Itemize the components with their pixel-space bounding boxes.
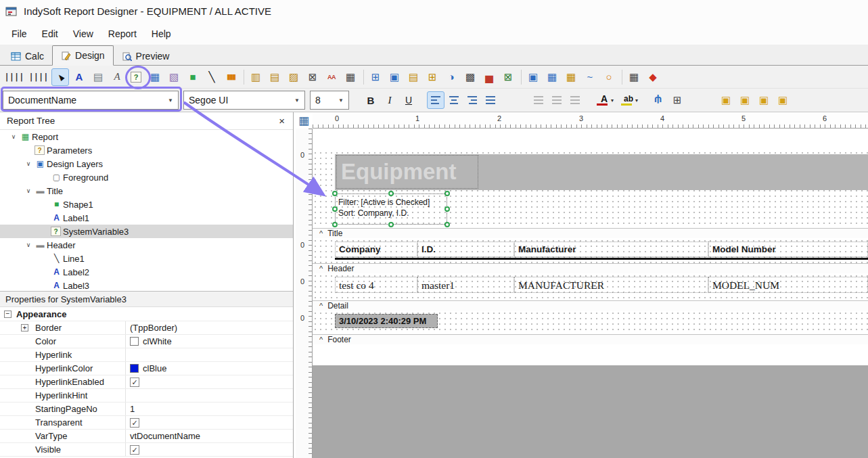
gauge-tool-icon[interactable]: ◑: [442, 68, 460, 86]
selection-handle[interactable]: [444, 222, 450, 227]
valign-bottom-button[interactable]: [566, 91, 584, 109]
header-cell-model-number[interactable]: Model Number: [708, 242, 868, 257]
tab-preview[interactable]: Preview: [114, 47, 178, 65]
chevron-down-icon[interactable]: ▾: [611, 97, 614, 104]
title-label[interactable]: Equipment: [336, 155, 478, 189]
zoom-tool-icon[interactable]: ○: [600, 68, 618, 86]
tab-calc[interactable]: Calc: [3, 47, 52, 65]
expand-chevron-icon[interactable]: ∨: [23, 242, 34, 248]
prop-color[interactable]: Color clWhite: [0, 335, 293, 348]
prop-hyperlinkhint[interactable]: HyperlinkHint: [0, 389, 293, 403]
tree-item-parameters[interactable]: ? Parameters: [0, 143, 293, 157]
variable-tool-icon[interactable]: ▦: [146, 68, 164, 86]
align-right-button[interactable]: [463, 91, 481, 109]
font-size-combo[interactable]: 8 ▼: [310, 91, 349, 110]
component-name-combo[interactable]: DocumentName ▼: [3, 91, 179, 110]
menu-file[interactable]: File: [4, 25, 35, 43]
selection-handle[interactable]: [332, 222, 338, 227]
header-cell-id[interactable]: I.D.: [417, 242, 514, 257]
label-tool-icon[interactable]: A: [70, 68, 88, 86]
collapse-section-icon[interactable]: −: [4, 311, 12, 318]
marker-tool-icon[interactable]: ◆: [644, 68, 662, 86]
dbtext-tool-icon[interactable]: ▥: [247, 68, 265, 86]
chevron-down-icon[interactable]: ▼: [338, 97, 344, 104]
property-value[interactable]: 1: [126, 403, 293, 415]
underline-button[interactable]: U: [400, 91, 417, 109]
selection-handle[interactable]: [332, 191, 338, 196]
title-band-area[interactable]: Equipment Filter: [Active is Checked] So…: [313, 150, 868, 228]
page-style-tool-icon[interactable]: ▣: [524, 68, 542, 86]
property-value[interactable]: ✓: [126, 416, 293, 429]
move-forward-button[interactable]: ▣: [755, 91, 773, 109]
font-name-combo[interactable]: Segoe UI ▼: [183, 91, 305, 110]
detail-cell-id[interactable]: master1: [417, 277, 514, 293]
selection-handle[interactable]: [332, 206, 338, 212]
move-backward-button[interactable]: ▣: [774, 91, 792, 109]
italic-button[interactable]: I: [381, 91, 398, 109]
expand-property-icon[interactable]: +: [21, 324, 28, 331]
chevron-down-icon[interactable]: ▼: [294, 97, 300, 104]
bold-button[interactable]: B: [362, 91, 380, 109]
align-left-button[interactable]: [427, 91, 444, 109]
toolbar-gripper-icon-2[interactable]: ||||: [27, 68, 50, 86]
menu-help[interactable]: Help: [144, 25, 179, 43]
valign-top-button[interactable]: [530, 91, 547, 109]
collapse-band-icon[interactable]: ^: [319, 336, 323, 344]
dbimage-tool-icon[interactable]: AA: [323, 68, 340, 86]
align-center-button[interactable]: [445, 91, 463, 109]
barcode-tool-icon[interactable]: ▮▮▮: [222, 68, 239, 86]
properties-section-appearance[interactable]: − Appearance: [0, 307, 293, 321]
tree-item-line1[interactable]: ╲ Line1: [0, 252, 293, 265]
property-value[interactable]: vtDocumentName: [126, 430, 293, 442]
select-tool-icon[interactable]: ▲: [51, 68, 69, 86]
menu-edit[interactable]: Edit: [35, 25, 66, 43]
image-tool-icon[interactable]: ▧: [165, 68, 183, 86]
line-tool-icon[interactable]: ╲: [203, 68, 221, 86]
system-variable-element[interactable]: Filter: [Active is Checked] Sort: Compan…: [335, 193, 447, 225]
collapse-band-icon[interactable]: ^: [319, 302, 323, 310]
prop-visible[interactable]: Visible ✓: [0, 443, 293, 457]
prop-hyperlinkenabled[interactable]: HyperlinkEnabled ✓: [0, 375, 293, 389]
shape-tool-icon[interactable]: ■: [184, 68, 202, 86]
ruler-corner-icon[interactable]: ▦: [296, 113, 312, 128]
dbcheckbox-tool-icon[interactable]: ⊠: [499, 68, 517, 86]
collapse-band-icon[interactable]: ^: [319, 229, 323, 237]
header-band-area[interactable]: CompanyI.D.ManufacturerModel Number: [313, 238, 868, 263]
chart-tool-icon[interactable]: ~: [581, 68, 599, 86]
dbcalc-tool-icon[interactable]: ⊠: [304, 68, 321, 86]
property-value[interactable]: clWhite: [126, 335, 293, 348]
richtext-tool-icon[interactable]: A: [108, 68, 126, 86]
header-line-element[interactable]: [335, 258, 868, 260]
prop-hyperlinkcolor[interactable]: HyperlinkColor clBlue: [0, 362, 293, 375]
prop-vartype[interactable]: VarType vtDocumentName: [0, 430, 293, 443]
detail-cell-company[interactable]: test co 4: [335, 277, 417, 293]
table-tool-icon[interactable]: ▦: [625, 68, 643, 86]
tree-item-title-band[interactable]: ∨ ▬ Title: [0, 184, 293, 198]
tree-item-header-band[interactable]: ∨ ▬ Header: [0, 238, 293, 252]
db2dbarcode-tool-icon[interactable]: ▩: [461, 68, 479, 86]
dbbarcode-tool-icon[interactable]: ▦: [342, 68, 359, 86]
dbrichtext-tool-icon[interactable]: ▨: [285, 68, 302, 86]
property-value[interactable]: (TppBorder): [126, 321, 293, 334]
close-icon[interactable]: ×: [279, 115, 285, 127]
tree-item-systemvariable3[interactable]: ? SystemVariable3: [0, 225, 293, 238]
property-value[interactable]: clBlue: [126, 362, 293, 375]
selection-handle[interactable]: [388, 191, 394, 196]
send-to-back-button[interactable]: ▣: [736, 91, 754, 109]
tree-item-label1[interactable]: A Label1: [0, 211, 293, 225]
expand-chevron-icon[interactable]: ∨: [23, 187, 34, 194]
tree-item-report[interactable]: ∨ ▦ Report: [0, 130, 293, 143]
highlight-color-button[interactable]: ab ▾: [617, 91, 640, 109]
prop-transparent[interactable]: Transparent ✓: [0, 416, 293, 430]
tab-design[interactable]: Design: [52, 45, 114, 66]
chevron-down-icon[interactable]: ▼: [168, 97, 173, 104]
anchor-button[interactable]: ψ: [649, 91, 667, 109]
property-value[interactable]: ✓: [126, 443, 293, 456]
selection-handle[interactable]: [444, 206, 450, 212]
property-value[interactable]: [126, 348, 293, 361]
tree-item-label3[interactable]: A Label3: [0, 279, 293, 291]
region-tool-icon[interactable]: ⊞: [367, 68, 384, 86]
title-background-shape[interactable]: Equipment: [335, 154, 868, 190]
toolbar-gripper-icon[interactable]: ||||: [3, 68, 26, 86]
group-band-tool-icon[interactable]: ▦: [543, 68, 561, 86]
